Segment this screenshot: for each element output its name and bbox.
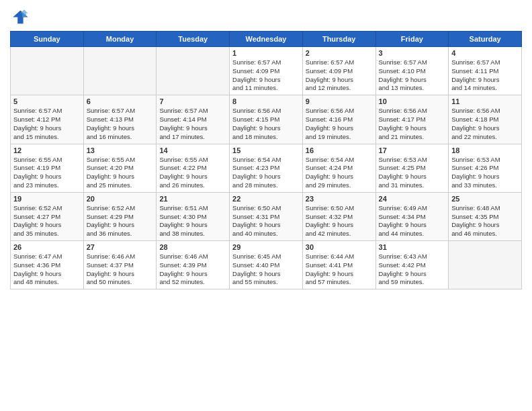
calendar-cell: 3Sunrise: 6:57 AM Sunset: 4:10 PM Daylig… bbox=[375, 47, 449, 95]
calendar-cell: 13Sunrise: 6:55 AM Sunset: 4:20 PM Dayli… bbox=[83, 144, 157, 192]
weekday-header: Friday bbox=[375, 32, 449, 47]
calendar-cell: 21Sunrise: 6:51 AM Sunset: 4:30 PM Dayli… bbox=[157, 192, 230, 240]
calendar-cell: 8Sunrise: 6:56 AM Sunset: 4:15 PM Daylig… bbox=[230, 95, 303, 144]
day-info: Sunrise: 6:50 AM Sunset: 4:31 PM Dayligh… bbox=[232, 204, 300, 238]
day-number: 15 bbox=[232, 146, 300, 154]
calendar-cell bbox=[11, 47, 84, 95]
calendar-week-row: 5Sunrise: 6:57 AM Sunset: 4:12 PM Daylig… bbox=[11, 95, 522, 144]
calendar-week-row: 26Sunrise: 6:47 AM Sunset: 4:36 PM Dayli… bbox=[11, 241, 522, 289]
day-number: 27 bbox=[87, 243, 154, 251]
day-number: 26 bbox=[13, 243, 81, 251]
calendar-week-row: 1Sunrise: 6:57 AM Sunset: 4:09 PM Daylig… bbox=[11, 47, 522, 95]
day-number: 2 bbox=[306, 49, 373, 57]
weekday-header: Tuesday bbox=[157, 32, 230, 47]
weekday-header: Monday bbox=[83, 32, 157, 47]
day-info: Sunrise: 6:57 AM Sunset: 4:09 PM Dayligh… bbox=[306, 58, 373, 93]
calendar-cell: 18Sunrise: 6:53 AM Sunset: 4:26 PM Dayli… bbox=[449, 144, 522, 192]
day-info: Sunrise: 6:49 AM Sunset: 4:34 PM Dayligh… bbox=[379, 204, 446, 238]
day-number: 9 bbox=[306, 97, 373, 105]
calendar-cell: 17Sunrise: 6:53 AM Sunset: 4:25 PM Dayli… bbox=[375, 144, 449, 192]
day-info: Sunrise: 6:54 AM Sunset: 4:23 PM Dayligh… bbox=[232, 156, 300, 190]
weekday-header: Saturday bbox=[449, 32, 522, 47]
calendar-cell: 22Sunrise: 6:50 AM Sunset: 4:31 PM Dayli… bbox=[230, 192, 303, 240]
day-number: 23 bbox=[306, 195, 373, 203]
day-info: Sunrise: 6:57 AM Sunset: 4:13 PM Dayligh… bbox=[87, 107, 154, 141]
calendar-week-row: 19Sunrise: 6:52 AM Sunset: 4:27 PM Dayli… bbox=[11, 192, 522, 240]
day-number: 31 bbox=[379, 243, 446, 251]
calendar-cell: 23Sunrise: 6:50 AM Sunset: 4:32 PM Dayli… bbox=[302, 192, 375, 240]
day-info: Sunrise: 6:43 AM Sunset: 4:42 PM Dayligh… bbox=[379, 253, 446, 287]
day-number: 28 bbox=[159, 243, 226, 251]
calendar-cell: 26Sunrise: 6:47 AM Sunset: 4:36 PM Dayli… bbox=[11, 241, 84, 289]
calendar-cell: 15Sunrise: 6:54 AM Sunset: 4:23 PM Dayli… bbox=[230, 144, 303, 192]
day-number: 6 bbox=[87, 97, 154, 105]
calendar-cell: 11Sunrise: 6:56 AM Sunset: 4:18 PM Dayli… bbox=[449, 95, 522, 144]
day-info: Sunrise: 6:44 AM Sunset: 4:41 PM Dayligh… bbox=[306, 253, 373, 287]
calendar-cell: 25Sunrise: 6:48 AM Sunset: 4:35 PM Dayli… bbox=[449, 192, 522, 240]
calendar-body: 1Sunrise: 6:57 AM Sunset: 4:09 PM Daylig… bbox=[11, 47, 522, 289]
day-number: 11 bbox=[451, 97, 519, 105]
day-info: Sunrise: 6:57 AM Sunset: 4:09 PM Dayligh… bbox=[232, 58, 300, 93]
calendar-cell: 24Sunrise: 6:49 AM Sunset: 4:34 PM Dayli… bbox=[375, 192, 449, 240]
calendar-cell: 30Sunrise: 6:44 AM Sunset: 4:41 PM Dayli… bbox=[302, 241, 375, 289]
calendar-cell bbox=[83, 47, 157, 95]
calendar-cell: 27Sunrise: 6:46 AM Sunset: 4:37 PM Dayli… bbox=[83, 241, 157, 289]
day-number: 8 bbox=[232, 97, 300, 105]
logo-icon bbox=[10, 7, 29, 26]
weekday-header-row: SundayMondayTuesdayWednesdayThursdayFrid… bbox=[11, 32, 522, 47]
calendar-cell bbox=[157, 47, 230, 95]
calendar-cell: 19Sunrise: 6:52 AM Sunset: 4:27 PM Dayli… bbox=[11, 192, 84, 240]
day-number: 12 bbox=[13, 146, 81, 154]
calendar-cell: 20Sunrise: 6:52 AM Sunset: 4:29 PM Dayli… bbox=[83, 192, 157, 240]
day-info: Sunrise: 6:55 AM Sunset: 4:22 PM Dayligh… bbox=[159, 156, 226, 190]
day-info: Sunrise: 6:52 AM Sunset: 4:27 PM Dayligh… bbox=[13, 204, 81, 238]
day-info: Sunrise: 6:47 AM Sunset: 4:36 PM Dayligh… bbox=[13, 253, 81, 287]
calendar-cell: 12Sunrise: 6:55 AM Sunset: 4:19 PM Dayli… bbox=[11, 144, 84, 192]
calendar-cell: 31Sunrise: 6:43 AM Sunset: 4:42 PM Dayli… bbox=[375, 241, 449, 289]
calendar-cell: 29Sunrise: 6:45 AM Sunset: 4:40 PM Dayli… bbox=[230, 241, 303, 289]
weekday-header: Thursday bbox=[302, 32, 375, 47]
day-number: 29 bbox=[232, 243, 300, 251]
day-info: Sunrise: 6:55 AM Sunset: 4:19 PM Dayligh… bbox=[13, 156, 81, 190]
day-number: 17 bbox=[379, 146, 446, 154]
day-number: 30 bbox=[306, 243, 373, 251]
day-number: 18 bbox=[451, 146, 519, 154]
day-info: Sunrise: 6:56 AM Sunset: 4:16 PM Dayligh… bbox=[306, 107, 373, 141]
day-info: Sunrise: 6:57 AM Sunset: 4:11 PM Dayligh… bbox=[451, 58, 519, 93]
day-info: Sunrise: 6:45 AM Sunset: 4:40 PM Dayligh… bbox=[232, 253, 300, 287]
day-number: 21 bbox=[159, 195, 226, 203]
day-info: Sunrise: 6:57 AM Sunset: 4:14 PM Dayligh… bbox=[159, 107, 226, 141]
day-number: 16 bbox=[306, 146, 373, 154]
calendar-cell: 9Sunrise: 6:56 AM Sunset: 4:16 PM Daylig… bbox=[302, 95, 375, 144]
weekday-header: Wednesday bbox=[230, 32, 303, 47]
day-number: 20 bbox=[87, 195, 154, 203]
day-number: 24 bbox=[379, 195, 446, 203]
calendar-cell: 6Sunrise: 6:57 AM Sunset: 4:13 PM Daylig… bbox=[83, 95, 157, 144]
day-info: Sunrise: 6:46 AM Sunset: 4:39 PM Dayligh… bbox=[159, 253, 226, 287]
day-number: 10 bbox=[379, 97, 446, 105]
calendar-cell: 1Sunrise: 6:57 AM Sunset: 4:09 PM Daylig… bbox=[230, 47, 303, 95]
day-info: Sunrise: 6:53 AM Sunset: 4:26 PM Dayligh… bbox=[451, 156, 519, 190]
day-number: 3 bbox=[379, 49, 446, 57]
day-number: 19 bbox=[13, 195, 81, 203]
page: SundayMondayTuesdayWednesdayThursdayFrid… bbox=[0, 0, 532, 411]
day-info: Sunrise: 6:57 AM Sunset: 4:12 PM Dayligh… bbox=[13, 107, 81, 141]
day-number: 22 bbox=[232, 195, 300, 203]
day-info: Sunrise: 6:50 AM Sunset: 4:32 PM Dayligh… bbox=[306, 204, 373, 238]
day-number: 14 bbox=[159, 146, 226, 154]
day-number: 7 bbox=[159, 97, 226, 105]
day-info: Sunrise: 6:46 AM Sunset: 4:37 PM Dayligh… bbox=[87, 253, 154, 287]
day-info: Sunrise: 6:48 AM Sunset: 4:35 PM Dayligh… bbox=[451, 204, 519, 238]
calendar: SundayMondayTuesdayWednesdayThursdayFrid… bbox=[10, 31, 522, 289]
calendar-cell: 7Sunrise: 6:57 AM Sunset: 4:14 PM Daylig… bbox=[157, 95, 230, 144]
day-number: 13 bbox=[87, 146, 154, 154]
header bbox=[10, 7, 522, 26]
calendar-cell: 5Sunrise: 6:57 AM Sunset: 4:12 PM Daylig… bbox=[11, 95, 84, 144]
day-number: 4 bbox=[451, 49, 519, 57]
day-number: 5 bbox=[13, 97, 81, 105]
day-number: 25 bbox=[451, 195, 519, 203]
calendar-cell bbox=[449, 241, 522, 289]
day-info: Sunrise: 6:51 AM Sunset: 4:30 PM Dayligh… bbox=[159, 204, 226, 238]
day-info: Sunrise: 6:56 AM Sunset: 4:15 PM Dayligh… bbox=[232, 107, 300, 141]
logo bbox=[10, 7, 32, 26]
